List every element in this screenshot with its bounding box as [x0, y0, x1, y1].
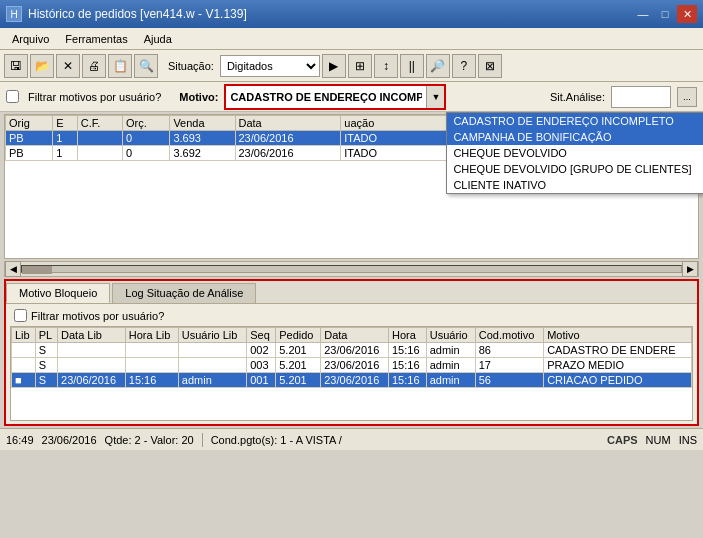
- bottom-table: Lib PL Data Lib Hora Lib Usuário Lib Seq…: [11, 327, 692, 388]
- tabs-row: Motivo Bloqueio Log Situação de Análise: [6, 281, 697, 304]
- menu-ajuda[interactable]: Ajuda: [136, 31, 180, 47]
- toolbar-btn-search[interactable]: 🔎: [426, 54, 450, 78]
- maximize-button[interactable]: □: [655, 5, 675, 23]
- toolbar-btn-help[interactable]: ?: [452, 54, 476, 78]
- filter-row: Filtrar motivos por usuário? Motivo: ▼ C…: [0, 82, 703, 112]
- motivo-container: ▼ CADASTRO DE ENDEREÇO INCOMPLETO CAMPAN…: [224, 84, 446, 110]
- bcol-cod-motivo: Cod.motivo: [475, 328, 543, 343]
- hscroll-track: [21, 265, 682, 273]
- motivo-input[interactable]: [226, 86, 426, 108]
- col-venda: Venda: [170, 116, 235, 131]
- status-time: 16:49: [6, 434, 34, 446]
- bcol-data: Data: [321, 328, 389, 343]
- col-orig: Orig: [6, 116, 53, 131]
- dropdown-item-1[interactable]: CAMPANHA DE BONIFICAÇÃO: [447, 129, 703, 145]
- bottom-table-row[interactable]: S 002 5.201 23/06/2016 15:16 admin 86 CA…: [12, 343, 692, 358]
- status-caps: CAPS: [607, 434, 638, 446]
- status-date: 23/06/2016: [42, 434, 97, 446]
- bcol-lib: Lib: [12, 328, 36, 343]
- bottom-table-row[interactable]: ■ S 23/06/2016 15:16 admin 001 5.201 23/…: [12, 373, 692, 388]
- col-data: Data: [235, 116, 341, 131]
- bottom-table-area: Lib PL Data Lib Hora Lib Usuário Lib Seq…: [10, 326, 693, 421]
- sit-analise-input[interactable]: [611, 86, 671, 108]
- menu-arquivo[interactable]: Arquivo: [4, 31, 57, 47]
- hscroll-thumb[interactable]: [22, 266, 52, 274]
- bcol-pl: PL: [35, 328, 57, 343]
- status-cond-pgto: Cond.pgto(s): 1 - A VISTA /: [211, 434, 342, 446]
- main-hscroll[interactable]: ◀ ▶: [4, 261, 699, 277]
- toolbar-btn-export[interactable]: 📋: [108, 54, 132, 78]
- toolbar-btn-refresh[interactable]: 🔍: [134, 54, 158, 78]
- situacao-label: Situação:: [168, 60, 214, 72]
- motivo-label: Motivo:: [179, 91, 218, 103]
- bottom-filter-row: Filtrar motivos por usuário?: [10, 307, 693, 324]
- bcol-usuario-lib: Usuário Lib: [178, 328, 246, 343]
- close-button[interactable]: ✕: [677, 5, 697, 23]
- bottom-filtrar-checkbox[interactable]: [14, 309, 27, 322]
- col-orc: Orç.: [123, 116, 170, 131]
- bottom-filtrar-label: Filtrar motivos por usuário?: [31, 310, 164, 322]
- dropdown-item-0[interactable]: CADASTRO DE ENDEREÇO INCOMPLETO: [447, 113, 703, 129]
- toolbar-btn-go[interactable]: ▶: [322, 54, 346, 78]
- toolbar-btn-new[interactable]: 🖫: [4, 54, 28, 78]
- bottom-table-row[interactable]: S 003 5.201 23/06/2016 15:16 admin 17 PR…: [12, 358, 692, 373]
- toolbar-btn-sort[interactable]: ↕: [374, 54, 398, 78]
- dropdown-item-3[interactable]: CHEQUE DEVOLVIDO [GRUPO DE CLIENTES]: [447, 161, 703, 177]
- motivo-dropdown: CADASTRO DE ENDEREÇO INCOMPLETO CAMPANHA…: [446, 112, 703, 194]
- tab-log-situacao[interactable]: Log Situação de Análise: [112, 283, 256, 303]
- sit-analise-label: Sit.Análise:: [550, 91, 605, 103]
- dropdown-item-4[interactable]: CLIENTE INATIVO: [447, 177, 703, 193]
- title-bar: H Histórico de pedidos [ven414.w - V1.13…: [0, 0, 703, 28]
- bcol-hora-lib: Hora Lib: [125, 328, 178, 343]
- toolbar-btn-print[interactable]: 🖨: [82, 54, 106, 78]
- hscroll-left-btn[interactable]: ◀: [5, 261, 21, 277]
- status-divider: [202, 433, 203, 447]
- tab-motivo-bloqueio[interactable]: Motivo Bloqueio: [6, 283, 110, 303]
- app-icon: H: [6, 6, 22, 22]
- window-title: Histórico de pedidos [ven414.w - V1.139]: [28, 7, 247, 21]
- menu-ferramentas[interactable]: Ferramentas: [57, 31, 135, 47]
- status-ins: INS: [679, 434, 697, 446]
- col-cf: C.F.: [77, 116, 122, 131]
- toolbar-btn-open[interactable]: 📂: [30, 54, 54, 78]
- status-qtde: Qtde: 2 - Valor: 20: [105, 434, 194, 446]
- bottom-section: Motivo Bloqueio Log Situação de Análise …: [4, 279, 699, 426]
- tab-content: Filtrar motivos por usuário? Lib PL Data…: [6, 304, 697, 424]
- toolbar-btn-filter[interactable]: ⊞: [348, 54, 372, 78]
- hscroll-right-btn[interactable]: ▶: [682, 261, 698, 277]
- minimize-button[interactable]: —: [633, 5, 653, 23]
- bcol-data-lib: Data Lib: [58, 328, 126, 343]
- bcol-seq: Seq: [247, 328, 276, 343]
- motivo-dropdown-btn[interactable]: ▼: [426, 86, 444, 108]
- toolbar-btn-col[interactable]: ||: [400, 54, 424, 78]
- filtrar-usuario-label: Filtrar motivos por usuário?: [28, 91, 161, 103]
- toolbar-btn-delete[interactable]: ✕: [56, 54, 80, 78]
- filtrar-usuario-checkbox[interactable]: [6, 90, 19, 103]
- toolbar-btn-misc[interactable]: ⊠: [478, 54, 502, 78]
- col-e: E: [53, 116, 77, 131]
- status-num: NUM: [646, 434, 671, 446]
- sit-analise-btn[interactable]: ...: [677, 87, 697, 107]
- menu-bar: Arquivo Ferramentas Ajuda: [0, 28, 703, 50]
- dropdown-item-2[interactable]: CHEQUE DEVOLVIDO: [447, 145, 703, 161]
- bcol-motivo: Motivo: [544, 328, 692, 343]
- toolbar: 🖫 📂 ✕ 🖨 📋 🔍 Situação: Digitados Confirma…: [0, 50, 703, 82]
- bcol-usuario: Usuário: [426, 328, 475, 343]
- status-bar: 16:49 23/06/2016 Qtde: 2 - Valor: 20 Con…: [0, 428, 703, 450]
- bcol-pedido: Pedido: [276, 328, 321, 343]
- bcol-hora: Hora: [389, 328, 427, 343]
- situacao-select[interactable]: Digitados Confirmados Cancelados Todos: [220, 55, 320, 77]
